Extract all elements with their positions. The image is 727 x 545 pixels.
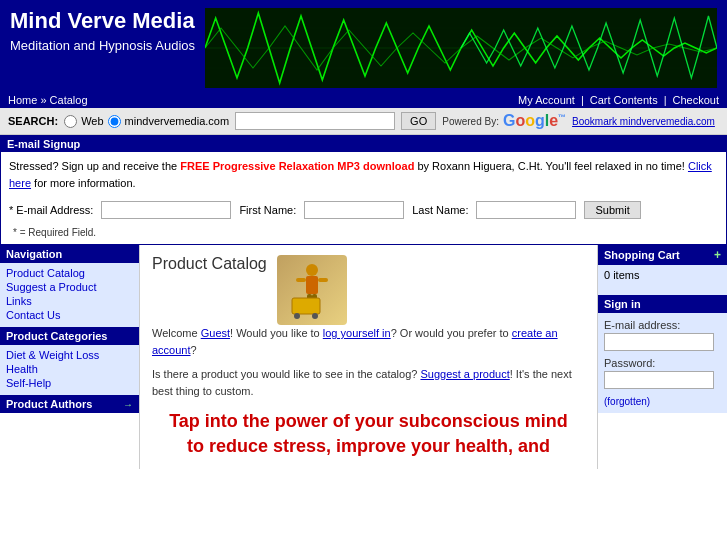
sidebar-item-health[interactable]: Health — [6, 363, 133, 375]
search-radio-site[interactable] — [108, 115, 121, 128]
required-note: * = Required Field. — [13, 227, 96, 238]
email-signup-body: Stressed? Sign up and receive the FREE P… — [1, 152, 726, 197]
promo-line1: Tap into the power of your subconscious … — [152, 409, 585, 434]
categories-links: Diet & Weight Loss Health Self-Help — [0, 345, 139, 395]
wave-graphic — [205, 8, 717, 88]
categories-header: Product Categories — [0, 327, 139, 345]
signin-password-label: Password: — [604, 357, 721, 369]
nav-links: My Account | Cart Contents | Checkout — [518, 94, 719, 106]
svg-rect-11 — [292, 298, 320, 314]
breadcrumb-separator: » — [40, 94, 49, 106]
svg-rect-8 — [318, 278, 328, 282]
sidebar-item-contact-us[interactable]: Contact Us — [6, 309, 133, 321]
signin-header: Sign in — [598, 295, 727, 313]
authors-arrow: → — [123, 399, 133, 410]
sidebar-item-links[interactable]: Links — [6, 295, 133, 307]
email-address-input[interactable] — [101, 201, 231, 219]
bookmark-link[interactable]: Bookmark mindvervemedia.com — [572, 116, 715, 127]
catalog-title: Product Catalog — [152, 255, 267, 273]
cart-items-count: 0 items — [604, 269, 639, 281]
powered-by: Powered By: Google™ — [442, 112, 566, 130]
cart-contents-link[interactable]: Cart Contents — [590, 94, 658, 106]
signin-body: E-mail address: Password: (forgotten) — [598, 313, 727, 413]
firstname-input[interactable] — [304, 201, 404, 219]
email-signup-form: * E-mail Address: First Name: Last Name:… — [1, 197, 726, 244]
catalog-link[interactable]: Catalog — [50, 94, 88, 106]
sidebar-item-diet-weight[interactable]: Diet & Weight Loss — [6, 349, 133, 361]
guest-link[interactable]: Guest — [201, 327, 230, 339]
site-header: Mind Verve Media Meditation and Hypnosis… — [0, 0, 727, 92]
promo-line2: to reduce stress, improve your health, a… — [152, 434, 585, 459]
navigation-header: Navigation — [0, 245, 139, 263]
my-account-link[interactable]: My Account — [518, 94, 575, 106]
breadcrumb: Home » Catalog — [8, 94, 88, 106]
email-signup-header: E-mail Signup — [1, 136, 726, 152]
nav-bar: Home » Catalog My Account | Cart Content… — [0, 92, 727, 108]
authors-header: Product Authors → — [0, 395, 139, 413]
navigation-section: Navigation Product Catalog Suggest a Pro… — [0, 245, 139, 327]
firstname-label: First Name: — [239, 204, 296, 216]
home-link[interactable]: Home — [8, 94, 37, 106]
categories-section: Product Categories Diet & Weight Loss He… — [0, 327, 139, 395]
lastname-label: Last Name: — [412, 204, 468, 216]
promo-text: Tap into the power of your subconscious … — [152, 409, 585, 459]
sidebar-left: Navigation Product Catalog Suggest a Pro… — [0, 245, 140, 469]
sidebar-item-suggest-product[interactable]: Suggest a Product — [6, 281, 133, 293]
email-signup-promo-prefix: Stressed? Sign up and receive the — [9, 160, 180, 172]
svg-rect-6 — [306, 276, 318, 294]
suggest-product-link[interactable]: Suggest a product — [420, 368, 509, 380]
site-title-block: Mind Verve Media Meditation and Hypnosis… — [10, 8, 195, 53]
search-label: SEARCH: — [8, 115, 58, 127]
search-input[interactable] — [235, 112, 395, 130]
search-bar: SEARCH: Web mindvervemedia.com GO Powere… — [0, 108, 727, 135]
sidebar-item-product-catalog[interactable]: Product Catalog — [6, 267, 133, 279]
cart-title: Shopping Cart — [604, 249, 680, 261]
catalog-image-area — [277, 255, 357, 325]
suggest-text: Is there a product you would like to see… — [152, 366, 585, 399]
svg-point-13 — [312, 313, 318, 319]
email-signup-free-text: FREE Progressive Relaxation MP3 download — [180, 160, 414, 172]
cart-body: 0 items — [598, 265, 727, 295]
sidebar-item-self-help[interactable]: Self-Help — [6, 377, 133, 389]
cart-plus-icon: + — [714, 248, 721, 262]
signin-email-label: E-mail address: — [604, 319, 721, 331]
authors-section: Product Authors → — [0, 395, 139, 413]
google-logo: Google™ — [503, 112, 566, 130]
lastname-input[interactable] — [476, 201, 576, 219]
welcome-text: Welcome Guest! Would you like to log you… — [152, 325, 585, 358]
email-signup-section: E-mail Signup Stressed? Sign up and rece… — [0, 135, 727, 245]
signin-email-input[interactable] — [604, 333, 714, 351]
sidebar-right: Shopping Cart + 0 items Sign in E-mail a… — [597, 245, 727, 469]
svg-point-12 — [294, 313, 300, 319]
catalog-title-block: Product Catalog — [152, 255, 267, 281]
checkout-link[interactable]: Checkout — [673, 94, 719, 106]
svg-point-5 — [306, 264, 318, 276]
email-address-label: * E-mail Address: — [9, 204, 93, 216]
log-in-link[interactable]: log yourself in — [323, 327, 391, 339]
svg-rect-7 — [296, 278, 306, 282]
forgotten-password-link[interactable]: (forgotten) — [604, 396, 650, 407]
search-go-button[interactable]: GO — [401, 112, 436, 130]
search-radio-web[interactable] — [64, 115, 77, 128]
cart-header: Shopping Cart + — [598, 245, 727, 265]
center-content: Product Catalog — [140, 245, 597, 469]
catalog-header-area: Product Catalog — [152, 255, 585, 325]
signin-password-input[interactable] — [604, 371, 714, 389]
main-content: Navigation Product Catalog Suggest a Pro… — [0, 245, 727, 469]
site-subtitle: Meditation and Hypnosis Audios — [10, 38, 195, 53]
catalog-image — [277, 255, 347, 325]
search-radio-site-label: mindvervemedia.com — [125, 115, 230, 127]
search-radio-web-label: Web — [81, 115, 103, 127]
email-submit-button[interactable]: Submit — [584, 201, 640, 219]
search-radio-group: Web mindvervemedia.com — [64, 115, 229, 128]
site-title: Mind Verve Media — [10, 8, 195, 34]
navigation-links: Product Catalog Suggest a Product Links … — [0, 263, 139, 327]
